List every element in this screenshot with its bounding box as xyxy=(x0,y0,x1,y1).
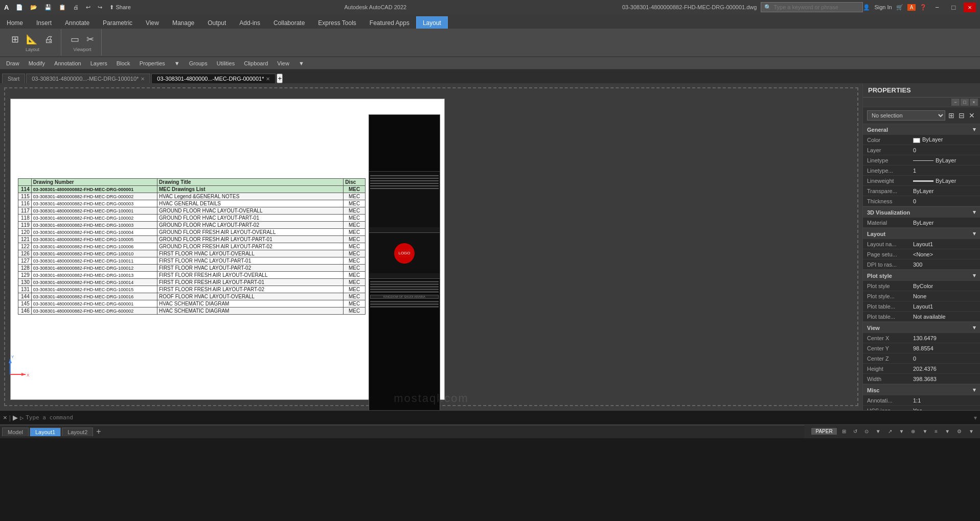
cart-icon: 🛒 xyxy=(896,4,903,11)
tab-parametric[interactable]: Parametric xyxy=(96,16,139,29)
cell-disc: MEC xyxy=(344,257,366,265)
sign-in[interactable]: Sign In xyxy=(874,4,892,10)
props-section-misc-header[interactable]: Misc ▾ xyxy=(863,385,980,395)
tab-view[interactable]: View xyxy=(139,16,166,29)
search-input[interactable] xyxy=(773,4,855,10)
status-grid[interactable]: ⊞ xyxy=(840,428,848,435)
svg-marker-3 xyxy=(21,373,26,376)
tab-layout[interactable]: Layout xyxy=(416,16,448,29)
chevron-down-icon-misc: ▾ xyxy=(973,387,976,393)
qat-save[interactable]: 💾 xyxy=(42,3,54,12)
status-ortho[interactable]: ⊙ xyxy=(862,428,871,435)
status-annotscale[interactable]: ▼ xyxy=(943,428,952,435)
command-input[interactable] xyxy=(26,414,972,421)
row2-properties[interactable]: Properties xyxy=(135,59,169,67)
ribbon-btn-plot[interactable]: 🖨 xyxy=(41,33,57,46)
cell-code: 03-308301-4800000882-FHD-MEC-DRG-100010 xyxy=(31,250,157,257)
status-lineweight[interactable]: ⊕ xyxy=(909,428,917,435)
doc-tab-2-close[interactable]: ✕ xyxy=(266,76,270,82)
add-layout-button[interactable]: + xyxy=(94,427,103,436)
search-box[interactable]: 🔍 xyxy=(761,2,863,12)
new-tab-button[interactable]: + xyxy=(277,74,283,83)
row2-draw[interactable]: Draw xyxy=(2,59,24,67)
canvas-area[interactable]: Drawing Number Drawing Title Disc 114 03… xyxy=(0,83,862,410)
layout-tab-model[interactable]: Model xyxy=(2,428,29,436)
row2-block[interactable]: Block xyxy=(112,59,134,67)
search-icon: 🔍 xyxy=(764,4,771,11)
doc-tab-1[interactable]: 03-308301-4800000...-MEC-DRG-100010* ✕ xyxy=(26,74,150,83)
layout-tab-layout2[interactable]: Layout2 xyxy=(62,428,93,436)
qat-saveas[interactable]: 📋 xyxy=(57,3,68,12)
row2-utilities[interactable]: Utilities xyxy=(213,59,239,67)
doc-tab-1-close[interactable]: ✕ xyxy=(141,76,145,82)
table-row: 121 03-308301-4800000882-FHD-MEC-DRG-100… xyxy=(18,236,366,243)
doc-tab-2[interactable]: 03-308301-4800000...-MEC-DRG-000001* ✕ xyxy=(151,74,276,83)
command-close-btn[interactable]: × xyxy=(3,414,7,421)
status-otrack[interactable]: ▼ xyxy=(897,428,906,435)
help-icon: ❓ xyxy=(920,4,927,11)
tab-manage[interactable]: Manage xyxy=(166,16,201,29)
props-label-plottable2: Plot table... xyxy=(867,314,913,320)
props-icon-btn-2[interactable]: ⊟ xyxy=(958,110,966,121)
status-snap[interactable]: ↺ xyxy=(851,428,859,435)
status-workspace[interactable]: ⚙ xyxy=(955,428,964,435)
tab-expresstools[interactable]: Express Tools xyxy=(311,16,362,29)
props-label-thickness: Thickness xyxy=(867,198,913,204)
tab-addins[interactable]: Add-ins xyxy=(233,16,267,29)
tab-featuredapps[interactable]: Featured Apps xyxy=(363,16,416,29)
status-transparency[interactable]: ▼ xyxy=(920,428,929,435)
props-section-general-header[interactable]: General ▾ xyxy=(863,124,980,135)
maximize-button[interactable]: □ xyxy=(947,3,960,12)
qat-open[interactable]: 📂 xyxy=(28,3,39,12)
row2-modify[interactable]: Modify xyxy=(25,59,49,67)
qat-new[interactable]: 📄 xyxy=(14,3,25,12)
props-close-btn[interactable]: × xyxy=(970,99,978,106)
qat-share[interactable]: ⬆ Share xyxy=(107,3,132,12)
ribbon-btn-newlayout[interactable]: ⊞ xyxy=(8,33,22,46)
ribbon-btn-viewport[interactable]: ▭ xyxy=(67,33,82,46)
status-polar[interactable]: ▼ xyxy=(874,428,883,435)
props-label-ucsicon: UCS icon... xyxy=(867,408,913,411)
row2-annotation[interactable]: Annotation xyxy=(50,59,85,67)
qat-print[interactable]: 🖨 xyxy=(71,3,81,11)
row2-layers[interactable]: Layers xyxy=(86,59,111,67)
layout-tab-layout1[interactable]: Layout1 xyxy=(30,428,61,436)
status-selection[interactable]: ≡ xyxy=(932,428,940,435)
props-label-plotstyle: Plot style xyxy=(867,283,913,289)
tab-collaborate[interactable]: Collaborate xyxy=(267,16,311,29)
tab-home[interactable]: Home xyxy=(0,16,30,29)
row2-view[interactable]: View xyxy=(273,59,293,67)
props-minimize-btn[interactable]: − xyxy=(951,99,960,106)
props-section-layout-header[interactable]: Layout ▾ xyxy=(863,228,980,239)
line-sample xyxy=(913,160,933,161)
status-osnap[interactable]: ↗ xyxy=(886,428,894,435)
props-section-view-header[interactable]: View ▾ xyxy=(863,322,980,333)
drawing-paper[interactable]: Drawing Number Drawing Title Disc 114 03… xyxy=(10,99,445,400)
props-row-color: Color ByLayer xyxy=(863,135,980,145)
tab-annotate[interactable]: Annotate xyxy=(58,16,96,29)
props-section-plotstyle-header[interactable]: Plot style ▾ xyxy=(863,270,980,281)
row2-view-dd[interactable]: ▼ xyxy=(294,59,308,67)
ribbon-btn-pagelayout[interactable]: 📐 xyxy=(23,33,40,46)
ribbon-btn-clip[interactable]: ✂ xyxy=(83,33,97,46)
row2-properties-dd[interactable]: ▼ xyxy=(170,59,184,67)
paper-mode[interactable]: PAPER xyxy=(811,428,836,435)
command-menu-btn[interactable]: ▶ xyxy=(13,414,18,421)
props-section-3d-header[interactable]: 3D Visualization ▾ xyxy=(863,207,980,218)
qat-redo[interactable]: ↪ xyxy=(96,3,104,12)
doc-tab-start[interactable]: Start xyxy=(2,74,25,83)
status-units[interactable]: ▼ xyxy=(967,428,976,435)
tab-output[interactable]: Output xyxy=(201,16,233,29)
thumb-top xyxy=(369,115,440,171)
props-maximize-btn[interactable]: □ xyxy=(961,99,969,106)
qat-undo[interactable]: ↩ xyxy=(84,3,93,12)
minimize-button[interactable]: − xyxy=(931,3,943,12)
row2-groups[interactable]: Groups xyxy=(185,59,212,67)
props-icon-btn-3[interactable]: ✕ xyxy=(968,110,976,121)
tab-insert[interactable]: Insert xyxy=(30,16,58,29)
props-selection-dropdown[interactable]: No selection xyxy=(867,110,945,121)
close-button[interactable]: × xyxy=(964,3,976,12)
row2-clipboard[interactable]: Clipboard xyxy=(240,59,272,67)
chevron-down-icon-view: ▾ xyxy=(973,324,976,331)
props-icon-btn-1[interactable]: ⊞ xyxy=(947,110,955,121)
